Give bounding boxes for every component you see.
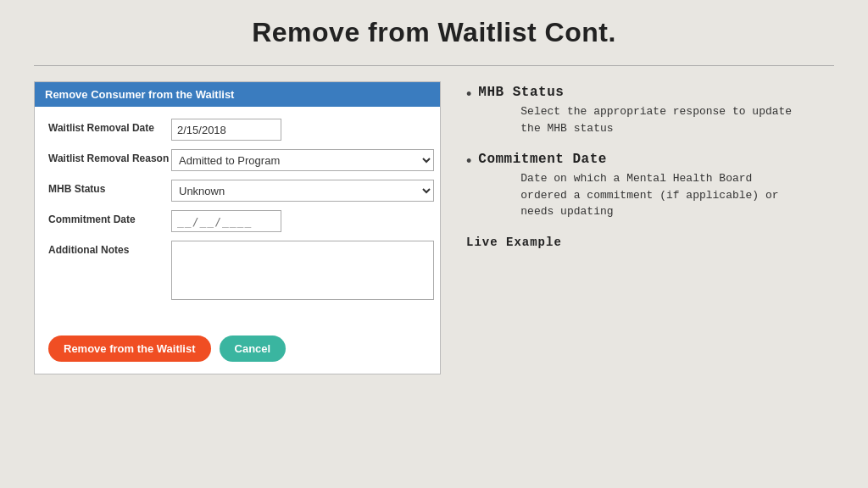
cancel-button[interactable]: Cancel [220, 336, 287, 362]
removal-date-label: Waitlist Removal Date [48, 119, 171, 136]
additional-notes-control [171, 241, 434, 303]
additional-notes-label: Additional Notes [48, 241, 171, 258]
main-content: Remove Consumer from the Waitlist Waitli… [34, 81, 834, 374]
commitment-date-note-heading: Commitment Date [478, 152, 800, 167]
form-row-mhb-status: MHB Status Unknown [48, 180, 426, 202]
notes-list: • MHB Status Select the appropriate resp… [466, 85, 834, 220]
removal-reason-control: Admitted to Program [171, 149, 434, 171]
mhb-status-note-text: Select the appropriate response to updat… [478, 103, 800, 136]
form-body: Waitlist Removal Date Waitlist Removal R… [35, 107, 440, 325]
note-item-mhb-status: • MHB Status Select the appropriate resp… [466, 85, 834, 136]
mhb-status-select[interactable]: Unknown [171, 180, 434, 202]
divider [34, 65, 834, 66]
form-row-removal-date: Waitlist Removal Date [48, 119, 426, 141]
form-row-commitment-date: Commitment Date [48, 210, 426, 232]
form-buttons: Remove from the Waitlist Cancel [35, 325, 440, 374]
commitment-date-label: Commitment Date [48, 210, 171, 227]
mhb-status-note-heading: MHB Status [478, 85, 800, 100]
removal-date-input[interactable] [171, 119, 281, 141]
form-panel: Remove Consumer from the Waitlist Waitli… [34, 81, 441, 374]
note-item-commitment-date: • Commitment Date Date on which a Mental… [466, 152, 834, 220]
remove-from-waitlist-button[interactable]: Remove from the Waitlist [48, 336, 211, 362]
commitment-date-control [171, 210, 426, 232]
removal-reason-select[interactable]: Admitted to Program [171, 149, 434, 171]
page-title: Remove from Waitlist Cont. [252, 17, 616, 48]
form-row-removal-reason: Waitlist Removal Reason Admitted to Prog… [48, 149, 426, 171]
removal-date-control [171, 119, 426, 141]
form-row-additional-notes: Additional Notes [48, 241, 426, 303]
bullet-icon-2: • [466, 152, 471, 171]
commitment-date-note-text: Date on which a Mental Health Board orde… [478, 170, 800, 220]
note-block-commitment-date: Commitment Date Date on which a Mental H… [478, 152, 800, 220]
mhb-status-control: Unknown [171, 180, 434, 202]
live-example-label: Live Example [466, 236, 834, 249]
notes-panel: • MHB Status Select the appropriate resp… [466, 81, 834, 249]
bullet-icon: • [466, 85, 471, 104]
form-panel-header: Remove Consumer from the Waitlist [35, 82, 440, 107]
mhb-status-label: MHB Status [48, 180, 171, 197]
additional-notes-textarea[interactable] [171, 241, 434, 300]
note-block-mhb-status: MHB Status Select the appropriate respon… [478, 85, 800, 136]
removal-reason-label: Waitlist Removal Reason [48, 149, 171, 166]
commitment-date-input[interactable] [171, 210, 281, 232]
